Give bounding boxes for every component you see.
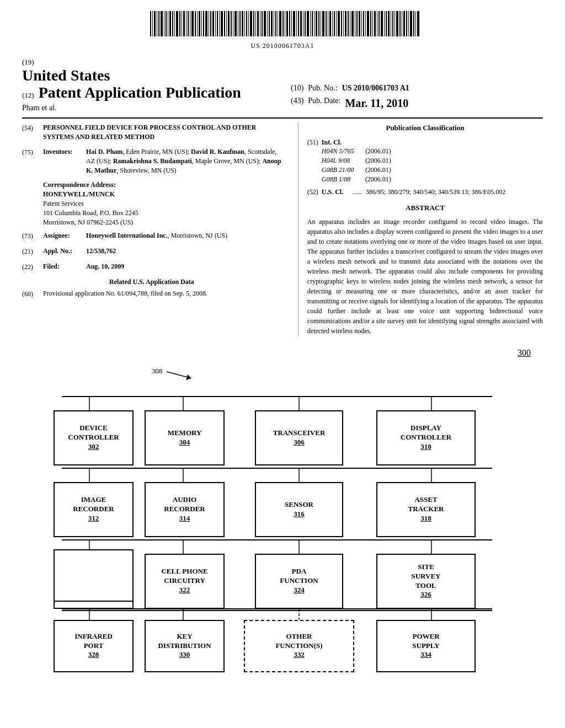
related-app-title: Related U.S. Application Data: [22, 277, 281, 287]
audio-recorder-box: AUDIORECORDER 314: [145, 482, 225, 537]
site-survey-box: SITESURVEYTOOL 326: [376, 554, 476, 609]
svg-rect-120: [417, 11, 419, 36]
field-22-number: (22): [22, 262, 39, 272]
field-75-content: Hai D. Pham, Eden Prairie, MN (US); Davi…: [86, 147, 281, 175]
svg-rect-109: [392, 11, 393, 36]
pub-no-number: (10): [291, 83, 303, 94]
svg-rect-74: [314, 11, 315, 36]
diagram-section: 300 308: [0, 336, 565, 697]
infrared-port-box: INFRAREDPORT 328: [54, 620, 134, 672]
infrared-port-label: INFRAREDPORT: [74, 632, 113, 651]
svg-rect-113: [402, 11, 402, 36]
svg-rect-27: [209, 11, 209, 36]
abstract-text: An apparatus includes an image recorder …: [307, 217, 543, 336]
svg-rect-81: [329, 11, 331, 36]
svg-rect-53: [267, 11, 268, 36]
memory-box: MEMORY 304: [145, 410, 225, 465]
svg-rect-30: [215, 11, 216, 36]
svg-rect-38: [233, 11, 233, 36]
svg-rect-36: [228, 11, 230, 36]
svg-rect-97: [365, 11, 366, 36]
asset-tracker-box: ASSETTRACKER 318: [376, 482, 476, 537]
field-54-title: PERSONNEL FIELD DEVICE FOR PROCESS CONTR…: [43, 124, 256, 141]
us-cl-section: (52) U.S. Cl. ...... 386/95; 380/279; 34…: [307, 188, 543, 197]
svg-rect-2: [152, 11, 153, 36]
svg-rect-95: [361, 11, 362, 36]
image-recorder-label: IMAGERECORDER: [73, 495, 114, 514]
svg-rect-4: [157, 11, 157, 36]
audio-recorder-ref: 314: [179, 514, 190, 523]
svg-rect-29: [212, 11, 214, 36]
svg-rect-88: [345, 11, 347, 36]
svg-rect-46: [250, 11, 252, 36]
svg-rect-76: [318, 11, 319, 36]
svg-rect-47: [253, 11, 254, 36]
barcode-image: [145, 10, 420, 38]
svg-rect-116: [408, 11, 409, 36]
site-survey-label: SITESURVEYTOOL: [412, 563, 441, 591]
svg-rect-10: [169, 11, 171, 36]
app-type-number: (12): [22, 90, 34, 100]
abstract-title: ABSTRACT: [307, 203, 543, 213]
svg-rect-91: [351, 11, 354, 36]
svg-rect-100: [372, 11, 373, 36]
header-left: (19) United States (12) Patent Applicati…: [22, 57, 274, 113]
svg-rect-60: [282, 11, 284, 36]
int-cl-date-1: (2006.01): [365, 147, 391, 156]
svg-rect-106: [386, 11, 387, 36]
svg-rect-58: [278, 11, 278, 36]
svg-rect-43: [244, 11, 245, 36]
svg-rect-24: [201, 11, 202, 36]
svg-rect-1: [150, 11, 151, 36]
svg-rect-3: [154, 11, 156, 36]
svg-rect-68: [300, 11, 302, 36]
svg-rect-93: [356, 11, 358, 36]
field-22-content: Aug. 10, 2009: [86, 262, 281, 272]
svg-rect-96: [363, 11, 364, 36]
svg-rect-42: [242, 11, 243, 36]
svg-rect-13: [176, 11, 178, 36]
other-function-ref: 332: [294, 650, 305, 660]
field-52-number: (52): [307, 188, 318, 197]
main-content: (54) PERSONNEL FIELD DEVICE FOR PROCESS …: [0, 123, 565, 335]
svg-rect-119: [415, 11, 416, 36]
svg-line-122: [167, 372, 188, 377]
pub-no-value: US 2010/0061703 A1: [342, 83, 409, 94]
display-controller-label: DISPLAYCONTROLLER: [401, 424, 451, 442]
svg-rect-40: [238, 11, 238, 36]
svg-rect-79: [326, 11, 327, 36]
int-cl-date-col: (2006.01) (2006.01) (2006.01) (2006.01): [365, 147, 391, 184]
svg-rect-48: [255, 11, 256, 36]
cell-phone-label: CELL PHONECIRCUITRY: [161, 567, 207, 586]
display-controller-box: DISPLAYCONTROLLER 310: [376, 410, 476, 465]
svg-rect-25: [203, 11, 204, 36]
int-cl-code-col: H04N 5/765 H04L 9/08 G08B 21/00 G08B 1/0…: [322, 147, 354, 184]
memory-label: MEMORY: [168, 429, 202, 438]
svg-marker-123: [186, 374, 191, 380]
svg-text:308: 308: [152, 367, 163, 375]
svg-rect-51: [262, 11, 263, 36]
svg-rect-7: [164, 11, 164, 36]
right-column: Publication Classification (51) Int. Cl.…: [298, 123, 543, 335]
other-function-box: OTHERFUNCTION(S) 332: [244, 620, 354, 672]
svg-rect-18: [188, 11, 189, 36]
header-divider: [22, 117, 543, 119]
svg-rect-90: [350, 11, 350, 36]
pda-function-ref: 324: [294, 586, 305, 595]
memory-ref: 304: [179, 438, 190, 447]
display-controller-ref: 310: [420, 442, 431, 452]
field-60-number: (60): [22, 289, 39, 299]
pda-function-box: PDAFUNCTION 324: [255, 554, 343, 609]
field-54-content: PERSONNEL FIELD DEVICE FOR PROCESS CONTR…: [43, 123, 281, 142]
sensor-ref: 316: [294, 510, 305, 519]
svg-rect-73: [312, 11, 313, 36]
svg-rect-112: [399, 11, 401, 36]
svg-rect-75: [316, 11, 317, 36]
transceiver-box: TRANSCEIVER 306: [255, 410, 343, 465]
country-name: United States: [22, 67, 274, 84]
svg-rect-71: [307, 11, 309, 36]
int-cl-code-2: H04L 9/08: [322, 156, 354, 165]
field-54-number: (54): [22, 123, 39, 142]
app-type: Patent Application Publication: [39, 84, 241, 101]
image-recorder-ref: 312: [88, 514, 99, 523]
